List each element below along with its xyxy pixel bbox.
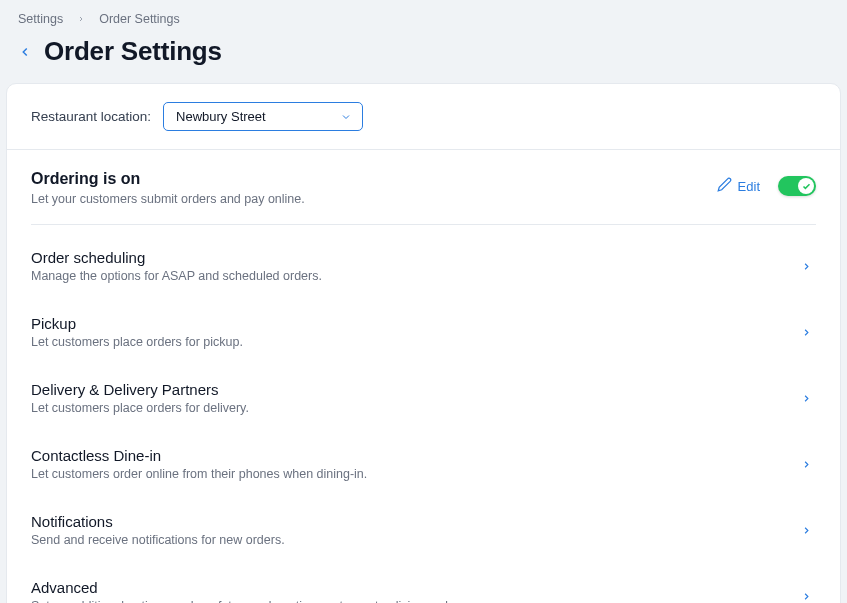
location-select[interactable]: Newbury Street [163,102,363,131]
location-selected-value: Newbury Street [176,109,266,124]
row-title: Contactless Dine-in [31,447,367,464]
row-desc: Let customers place orders for pickup. [31,335,243,349]
breadcrumb-current: Order Settings [99,12,180,26]
row-contactless-dinein[interactable]: Contactless Dine-in Let customers order … [31,431,816,497]
row-desc: Set up additional options such as future… [31,599,483,603]
breadcrumb: Settings Order Settings [16,12,831,26]
toggle-knob [798,178,814,194]
row-advanced[interactable]: Advanced Set up additional options such … [31,563,816,603]
breadcrumb-root[interactable]: Settings [18,12,63,26]
row-desc: Manage the options for ASAP and schedule… [31,269,322,283]
edit-button[interactable]: Edit [717,177,760,195]
location-label: Restaurant location: [31,109,151,124]
row-pickup[interactable]: Pickup Let customers place orders for pi… [31,299,816,365]
row-title: Pickup [31,315,243,332]
chevron-right-icon [801,261,816,272]
row-title: Order scheduling [31,249,322,266]
chevron-right-icon [801,393,816,404]
row-order-scheduling[interactable]: Order scheduling Manage the options for … [31,233,816,299]
row-desc: Let customers order online from their ph… [31,467,367,481]
location-bar: Restaurant location: Newbury Street [7,84,840,150]
row-desc: Let customers place orders for delivery. [31,401,249,415]
chevron-right-icon [801,459,816,470]
row-title: Notifications [31,513,285,530]
row-desc: Send and receive notifications for new o… [31,533,285,547]
chevron-right-icon [77,15,85,23]
chevron-down-icon [340,111,352,123]
ordering-toggle[interactable] [778,176,816,196]
ordering-status-title: Ordering is on [31,170,305,188]
pencil-icon [717,177,732,195]
chevron-right-icon [801,327,816,338]
row-title: Delivery & Delivery Partners [31,381,249,398]
row-notifications[interactable]: Notifications Send and receive notificat… [31,497,816,563]
chevron-right-icon [801,591,816,602]
ordering-status-section: Ordering is on Let your customers submit… [31,170,816,225]
ordering-status-desc: Let your customers submit orders and pay… [31,192,305,206]
row-title: Advanced [31,579,483,596]
edit-label: Edit [738,179,760,194]
page-title: Order Settings [44,36,222,67]
row-delivery[interactable]: Delivery & Delivery Partners Let custome… [31,365,816,431]
chevron-right-icon [801,525,816,536]
back-button[interactable] [16,43,34,61]
settings-card: Restaurant location: Newbury Street Orde… [6,83,841,603]
